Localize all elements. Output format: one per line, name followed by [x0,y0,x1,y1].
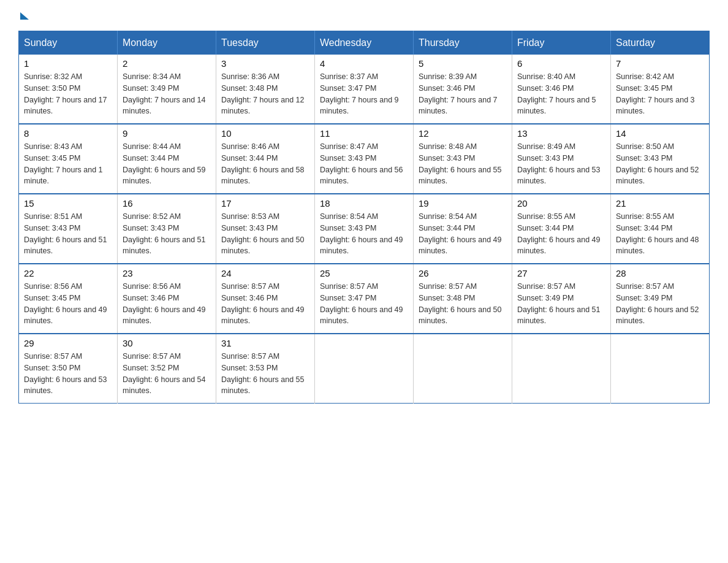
calendar-day-cell: 9Sunrise: 8:44 AMSunset: 3:44 PMDaylight… [118,124,216,194]
calendar-day-header: Friday [512,31,611,55]
day-info: Sunrise: 8:43 AMSunset: 3:45 PMDaylight:… [24,141,112,187]
day-number: 20 [517,198,605,209]
day-info: Sunrise: 8:55 AMSunset: 3:44 PMDaylight:… [517,211,605,257]
day-info: Sunrise: 8:50 AMSunset: 3:43 PMDaylight:… [616,141,704,187]
day-info: Sunrise: 8:47 AMSunset: 3:43 PMDaylight:… [320,141,408,187]
day-number: 11 [320,128,408,139]
day-number: 14 [616,128,704,139]
day-number: 18 [320,198,408,209]
calendar-day-cell: 16Sunrise: 8:52 AMSunset: 3:43 PMDayligh… [118,194,216,264]
calendar-day-cell: 10Sunrise: 8:46 AMSunset: 3:44 PMDayligh… [216,124,315,194]
calendar-day-cell [611,334,710,404]
calendar-day-header: Tuesday [216,31,315,55]
calendar-day-cell [414,334,512,404]
calendar-week-row: 1Sunrise: 8:32 AMSunset: 3:50 PMDaylight… [19,55,710,124]
calendar-day-cell: 20Sunrise: 8:55 AMSunset: 3:44 PMDayligh… [512,194,611,264]
calendar-week-row: 15Sunrise: 8:51 AMSunset: 3:43 PMDayligh… [19,194,710,264]
calendar-day-cell: 4Sunrise: 8:37 AMSunset: 3:47 PMDaylight… [315,55,414,124]
day-number: 5 [419,58,507,69]
day-info: Sunrise: 8:53 AMSunset: 3:43 PMDaylight:… [221,211,309,257]
day-info: Sunrise: 8:55 AMSunset: 3:44 PMDaylight:… [616,211,704,257]
day-number: 26 [419,268,507,278]
calendar-day-cell: 31Sunrise: 8:57 AMSunset: 3:53 PMDayligh… [216,334,315,404]
day-info: Sunrise: 8:57 AMSunset: 3:47 PMDaylight:… [320,281,408,327]
day-info: Sunrise: 8:40 AMSunset: 3:46 PMDaylight:… [517,71,605,117]
calendar-day-cell: 24Sunrise: 8:57 AMSunset: 3:46 PMDayligh… [216,264,315,334]
day-number: 6 [517,58,605,69]
calendar-week-row: 22Sunrise: 8:56 AMSunset: 3:45 PMDayligh… [19,264,710,334]
calendar-table: SundayMondayTuesdayWednesdayThursdayFrid… [18,31,710,404]
day-info: Sunrise: 8:51 AMSunset: 3:43 PMDaylight:… [24,211,112,257]
day-info: Sunrise: 8:56 AMSunset: 3:46 PMDaylight:… [123,281,211,327]
day-info: Sunrise: 8:57 AMSunset: 3:53 PMDaylight:… [221,351,309,397]
calendar-day-cell: 6Sunrise: 8:40 AMSunset: 3:46 PMDaylight… [512,55,611,124]
day-number: 22 [24,268,112,278]
day-number: 10 [221,128,309,139]
day-info: Sunrise: 8:57 AMSunset: 3:50 PMDaylight:… [24,351,112,397]
calendar-day-cell: 23Sunrise: 8:56 AMSunset: 3:46 PMDayligh… [118,264,216,334]
calendar-day-header: Monday [118,31,216,55]
day-number: 12 [419,128,507,139]
calendar-day-cell: 11Sunrise: 8:47 AMSunset: 3:43 PMDayligh… [315,124,414,194]
day-number: 1 [24,58,112,69]
calendar-day-cell: 21Sunrise: 8:55 AMSunset: 3:44 PMDayligh… [611,194,710,264]
day-number: 27 [517,268,605,278]
day-info: Sunrise: 8:57 AMSunset: 3:49 PMDaylight:… [616,281,704,327]
day-number: 3 [221,58,309,69]
day-number: 19 [419,198,507,209]
calendar-day-cell: 25Sunrise: 8:57 AMSunset: 3:47 PMDayligh… [315,264,414,334]
calendar-day-cell: 7Sunrise: 8:42 AMSunset: 3:45 PMDaylight… [611,55,710,124]
day-number: 23 [123,268,211,278]
day-number: 15 [24,198,112,209]
calendar-day-cell: 14Sunrise: 8:50 AMSunset: 3:43 PMDayligh… [611,124,710,194]
day-info: Sunrise: 8:46 AMSunset: 3:44 PMDaylight:… [221,141,309,187]
day-number: 9 [123,128,211,139]
day-info: Sunrise: 8:32 AMSunset: 3:50 PMDaylight:… [24,71,112,117]
calendar-day-cell [315,334,414,404]
day-number: 31 [221,338,309,348]
calendar-day-header: Wednesday [315,31,414,55]
calendar-day-cell: 15Sunrise: 8:51 AMSunset: 3:43 PMDayligh… [19,194,118,264]
calendar-day-cell: 30Sunrise: 8:57 AMSunset: 3:52 PMDayligh… [118,334,216,404]
day-info: Sunrise: 8:52 AMSunset: 3:43 PMDaylight:… [123,211,211,257]
calendar-day-cell: 17Sunrise: 8:53 AMSunset: 3:43 PMDayligh… [216,194,315,264]
day-info: Sunrise: 8:57 AMSunset: 3:52 PMDaylight:… [123,351,211,397]
day-info: Sunrise: 8:54 AMSunset: 3:44 PMDaylight:… [419,211,507,257]
calendar-day-cell: 29Sunrise: 8:57 AMSunset: 3:50 PMDayligh… [19,334,118,404]
calendar-day-cell [512,334,611,404]
calendar-day-cell: 3Sunrise: 8:36 AMSunset: 3:48 PMDaylight… [216,55,315,124]
day-number: 13 [517,128,605,139]
day-info: Sunrise: 8:34 AMSunset: 3:49 PMDaylight:… [123,71,211,117]
calendar-week-row: 29Sunrise: 8:57 AMSunset: 3:50 PMDayligh… [19,334,710,404]
calendar-day-header: Sunday [19,31,118,55]
calendar-day-cell: 8Sunrise: 8:43 AMSunset: 3:45 PMDaylight… [19,124,118,194]
day-info: Sunrise: 8:57 AMSunset: 3:48 PMDaylight:… [419,281,507,327]
logo-arrow-icon [20,12,29,20]
day-info: Sunrise: 8:37 AMSunset: 3:47 PMDaylight:… [320,71,408,117]
page-header [18,12,710,18]
day-number: 29 [24,338,112,348]
day-info: Sunrise: 8:36 AMSunset: 3:48 PMDaylight:… [221,71,309,117]
day-number: 25 [320,268,408,278]
day-number: 8 [24,128,112,139]
day-info: Sunrise: 8:44 AMSunset: 3:44 PMDaylight:… [123,141,211,187]
day-number: 30 [123,338,211,348]
day-info: Sunrise: 8:48 AMSunset: 3:43 PMDaylight:… [419,141,507,187]
day-info: Sunrise: 8:56 AMSunset: 3:45 PMDaylight:… [24,281,112,327]
day-number: 7 [616,58,704,69]
day-info: Sunrise: 8:39 AMSunset: 3:46 PMDaylight:… [419,71,507,117]
day-number: 4 [320,58,408,69]
calendar-day-cell: 2Sunrise: 8:34 AMSunset: 3:49 PMDaylight… [118,55,216,124]
logo [18,12,29,18]
day-number: 28 [616,268,704,278]
day-info: Sunrise: 8:57 AMSunset: 3:46 PMDaylight:… [221,281,309,327]
calendar-day-cell: 26Sunrise: 8:57 AMSunset: 3:48 PMDayligh… [414,264,512,334]
calendar-day-cell: 27Sunrise: 8:57 AMSunset: 3:49 PMDayligh… [512,264,611,334]
day-number: 24 [221,268,309,278]
calendar-day-header: Thursday [414,31,512,55]
calendar-week-row: 8Sunrise: 8:43 AMSunset: 3:45 PMDaylight… [19,124,710,194]
calendar-day-cell: 22Sunrise: 8:56 AMSunset: 3:45 PMDayligh… [19,264,118,334]
day-number: 16 [123,198,211,209]
calendar-day-cell: 13Sunrise: 8:49 AMSunset: 3:43 PMDayligh… [512,124,611,194]
calendar-day-cell: 12Sunrise: 8:48 AMSunset: 3:43 PMDayligh… [414,124,512,194]
